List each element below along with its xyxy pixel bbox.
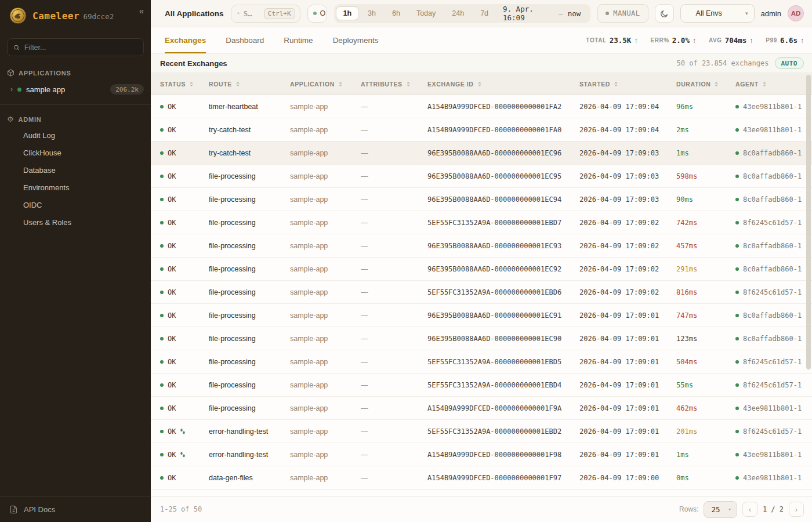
agent-status-dot — [735, 430, 739, 433]
env-select[interactable]: All Envs ▾ — [680, 4, 755, 23]
route-cell: data-gen-files — [209, 474, 290, 482]
time-range-3h[interactable]: 3h — [360, 6, 383, 20]
sidebar-item-environments[interactable]: Environments — [0, 179, 151, 196]
sidebar-item-sample-app[interactable]: › sample app 206.2k — [0, 80, 151, 99]
table-row[interactable]: OK try-catch-test sample-app — A154B9A99… — [151, 118, 812, 142]
attributes-cell: — — [361, 404, 427, 412]
scrollbar-thumb[interactable] — [806, 75, 811, 369]
attributes-cell: — — [361, 242, 427, 250]
attributes-cell: — — [361, 149, 427, 157]
time-range-group: 1h3h6hToday24h7d 9. Apr. 16:09 — now — [334, 4, 591, 23]
stat-label: ERR% — [650, 37, 669, 44]
sidebar-collapse-button[interactable]: « — [139, 6, 144, 16]
table-row[interactable]: OK timer-heartbeat sample-app — A154B9A9… — [151, 95, 812, 118]
table-row[interactable]: OK error-handling-test sample-app — A154… — [151, 443, 812, 466]
agent-label: 8c0affadb860-1 — [743, 311, 802, 320]
list-header: Recent Exchanges 50 of 23.854 exchanges … — [151, 54, 812, 73]
manual-refresh-button[interactable]: MANUAL — [597, 4, 648, 23]
status-label: OK — [168, 149, 176, 157]
status-label: OK — [168, 381, 176, 389]
filter-box[interactable] — [7, 38, 144, 56]
topbar: All Applications Ctrl+K O 1h3h6hToday24h… — [151, 0, 812, 27]
duration-cell: 201ms — [676, 427, 735, 436]
tab-dashboard[interactable]: Dashboard — [226, 27, 264, 53]
online-status-button[interactable]: O — [307, 5, 327, 23]
table-row[interactable]: OK file-processing sample-app — 96E395B0… — [151, 258, 812, 281]
sort-icon — [190, 82, 193, 86]
status-cell: OK — [160, 311, 209, 320]
sidebar-item-database[interactable]: Database — [0, 161, 151, 179]
filter-input[interactable] — [24, 44, 137, 52]
table-row[interactable]: OK file-processing sample-app — 96E395B0… — [151, 234, 812, 258]
started-cell: 2026-04-09 17:09:01 — [579, 427, 676, 436]
time-range-1h[interactable]: 1h — [336, 6, 360, 20]
column-header-duration[interactable]: DURATION — [676, 81, 735, 88]
tab-exchanges[interactable]: Exchanges — [165, 27, 206, 53]
sidebar-item-users-roles[interactable]: Users & Roles — [0, 213, 151, 231]
tab-deployments[interactable]: Deployments — [333, 27, 379, 53]
date-range[interactable]: 9. Apr. 16:09 — now — [497, 5, 589, 22]
agent-status-dot — [735, 267, 739, 271]
table-row[interactable]: OK file-processing sample-app — 5EF55FC3… — [151, 374, 812, 397]
column-header-status[interactable]: STATUS — [160, 81, 209, 88]
application-cell: sample-app — [290, 427, 361, 436]
column-header-agent[interactable]: AGENT — [735, 81, 812, 88]
application-cell: sample-app — [290, 358, 361, 366]
table-row[interactable]: OK data-gen-files sample-app — A154B9A99… — [151, 466, 812, 490]
tab-runtime[interactable]: Runtime — [284, 27, 313, 53]
duration-cell: 1ms — [676, 149, 735, 157]
avatar[interactable]: AD — [788, 5, 804, 21]
started-cell: 2026-04-09 17:09:01 — [579, 335, 676, 343]
sidebar-item-clickhouse[interactable]: ClickHouse — [0, 144, 151, 161]
time-range-7d[interactable]: 7d — [473, 6, 496, 20]
status-cell: OK — [160, 265, 209, 273]
status-ok-dot — [160, 105, 164, 108]
table-row[interactable]: OK file-processing sample-app — 96E395B0… — [151, 327, 812, 350]
prev-page-button[interactable]: ‹ — [742, 502, 757, 517]
duration-cell: 90ms — [676, 195, 735, 204]
sidebar-item-audit-log[interactable]: Audit Log — [0, 126, 151, 144]
started-cell: 2026-04-09 17:09:04 — [579, 126, 676, 134]
stat: AVG 704ms ↑ — [709, 36, 753, 45]
table-row[interactable]: OK file-processing sample-app — 96E395B0… — [151, 188, 812, 211]
sidebar-item-api-docs[interactable]: API Docs — [0, 496, 151, 522]
next-page-button[interactable]: › — [789, 502, 804, 517]
table-row[interactable]: OK file-processing sample-app — 5EF55FC3… — [151, 281, 812, 304]
time-range-24h[interactable]: 24h — [444, 6, 472, 20]
sort-icon — [339, 82, 342, 86]
dark-mode-toggle[interactable] — [655, 4, 674, 23]
agent-status-dot — [735, 407, 739, 410]
table-row[interactable]: OK file-processing sample-app — 5EF55FC3… — [151, 211, 812, 234]
table-row[interactable]: OK error-handling-test sample-app — 5EF5… — [151, 420, 812, 443]
exchange-id-cell: 96E395B0088AA6D-000000000001EC93 — [427, 242, 579, 250]
table-row[interactable]: OK file-processing sample-app — 96E395B0… — [151, 304, 812, 327]
status-label: OK — [168, 242, 176, 250]
column-label: STATUS — [160, 81, 186, 88]
time-range-today[interactable]: Today — [409, 6, 443, 20]
started-cell: 2026-04-09 17:09:03 — [579, 195, 676, 204]
column-header-route[interactable]: ROUTE — [209, 81, 290, 88]
status-cell: OK — [160, 103, 209, 111]
column-header-exchange-id[interactable]: EXCHANGE ID — [427, 81, 579, 88]
chevron-right-icon[interactable]: › — [10, 85, 13, 93]
sidebar-item-oidc[interactable]: OIDC — [0, 196, 151, 213]
table-row[interactable]: OK file-processing sample-app — 96E395B0… — [151, 165, 812, 188]
rows-per-page-select[interactable]: 25 ▾ — [704, 501, 737, 518]
column-header-application[interactable]: APPLICATION — [290, 81, 361, 88]
agent-status-dot — [735, 244, 739, 248]
status-label: OK — [168, 103, 176, 111]
search-input[interactable] — [244, 9, 260, 18]
table-row[interactable]: OK file-processing sample-app — A154B9A9… — [151, 397, 812, 420]
column-header-started[interactable]: STARTED — [579, 81, 676, 88]
route-cell: file-processing — [209, 311, 290, 320]
status-label: OK — [168, 219, 176, 227]
agent-status-dot — [735, 476, 739, 480]
column-header-attributes[interactable]: ATTRIBUTES — [361, 81, 427, 88]
stats-summary: TOTAL 23.5K ↑ ERR% 2.0% ↑ AVG 704ms ↑ P9… — [586, 27, 804, 53]
table-row[interactable]: OK try-catch-test sample-app — 96E395B00… — [151, 142, 812, 165]
table-row[interactable]: OK file-processing sample-app — 5EF55FC3… — [151, 350, 812, 374]
auto-refresh-badge[interactable]: AUTO — [775, 57, 804, 69]
global-search[interactable]: Ctrl+K — [231, 5, 300, 23]
status-ok-dot — [160, 267, 164, 271]
time-range-6h[interactable]: 6h — [385, 6, 408, 20]
